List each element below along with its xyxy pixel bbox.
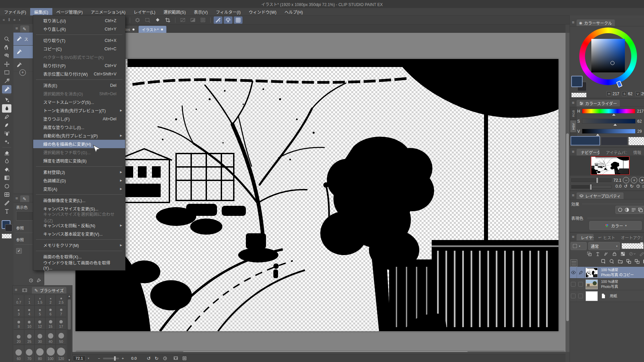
link-mask-icon[interactable] bbox=[639, 251, 644, 256]
layer-row-0[interactable]: 100 %通常 Photo写真 のコピー bbox=[570, 267, 644, 279]
reference-layer-icon[interactable] bbox=[595, 251, 600, 256]
panel-menu-icon[interactable]: ≡ bbox=[15, 287, 17, 292]
figure-tool[interactable] bbox=[2, 182, 11, 190]
brush-size-7[interactable]: 7 bbox=[56, 305, 66, 317]
brush-size-0.7[interactable]: 0.7 bbox=[13, 295, 24, 305]
gradient-tool[interactable] bbox=[2, 174, 11, 182]
brush-tool[interactable] bbox=[2, 104, 11, 113]
brush-size-6[interactable]: 6 bbox=[45, 305, 56, 317]
canvas-tab-1[interactable]: イラスト* bbox=[139, 26, 166, 33]
new-vector-layer-icon[interactable] bbox=[609, 259, 615, 264]
new-layer-icon[interactable] bbox=[601, 259, 606, 264]
layer-edit-cell[interactable] bbox=[577, 279, 585, 290]
zoom-slider[interactable] bbox=[103, 358, 119, 359]
new-folder-icon[interactable] bbox=[618, 259, 623, 264]
edit-menu-item-24[interactable]: 画像解像度を変更(L)... bbox=[33, 196, 125, 204]
edit-menu-item-20[interactable]: 素材登録(J)▶ bbox=[33, 168, 125, 176]
collapse-subtool-icon[interactable]: « bbox=[13, 17, 16, 22]
edit-menu-item-6[interactable]: 貼り付け(P)Ctrl+V bbox=[33, 61, 125, 70]
navigator-tab-0[interactable]: ナビゲーター bbox=[577, 149, 600, 156]
edit-menu-item-21[interactable]: 色調補正(D)▶ bbox=[33, 176, 125, 185]
scroll-down-icon[interactable]: ▼ bbox=[67, 359, 71, 362]
slider-H[interactable]: H 217 bbox=[577, 109, 644, 114]
brush-size-1.5[interactable]: 1.5 bbox=[35, 295, 45, 305]
zoom-in-button[interactable]: + bbox=[122, 356, 124, 360]
edit-menu-item-18[interactable]: 輝度を透明度に変換(B) bbox=[33, 157, 125, 165]
edit-menu-item-16[interactable]: 線の色を描画色に変更(H) bbox=[33, 140, 125, 148]
brush-size-tab[interactable]: ✎ ブラシサイズ bbox=[32, 287, 66, 294]
H-slider-bar[interactable] bbox=[582, 109, 635, 114]
layer-row-2[interactable]: 用紙 bbox=[570, 290, 644, 302]
layer-text[interactable]: 用紙 bbox=[608, 290, 617, 302]
transparent-swatch[interactable] bbox=[2, 234, 12, 239]
edit-menu-item-28[interactable]: キャンバス基本設定を変更(V)... bbox=[33, 230, 125, 238]
zoom-out-icon[interactable]: − bbox=[623, 177, 629, 183]
panel-menu-icon[interactable]: ≡ bbox=[572, 20, 575, 25]
snap-ruler-button[interactable] bbox=[214, 16, 222, 24]
subtool-tab[interactable]: ✎ bbox=[20, 25, 29, 32]
actual-size-icon[interactable] bbox=[182, 356, 187, 361]
decoration-tool[interactable] bbox=[2, 138, 11, 146]
visibility-checkbox[interactable] bbox=[571, 294, 576, 298]
menu-item-3[interactable]: アニメーション(A) bbox=[87, 8, 130, 15]
scroll-thumb[interactable] bbox=[68, 299, 71, 329]
add-subtool-button[interactable]: + bbox=[19, 69, 26, 76]
brush-size-17[interactable]: 17 bbox=[56, 317, 66, 329]
layer-edit-cell[interactable] bbox=[577, 267, 585, 278]
transparent-color-swatch[interactable] bbox=[571, 93, 587, 98]
edit-menu-item-0[interactable]: 取り消し(U)Ctrl+Z bbox=[33, 16, 125, 25]
edit-menu-item-30[interactable]: メモリをクリア(M)▶ bbox=[33, 241, 125, 249]
blend-mode-dropdown[interactable]: 通常 ▾ bbox=[588, 242, 620, 250]
move-layer-tool[interactable] bbox=[2, 60, 11, 68]
reset-rotation-icon[interactable] bbox=[636, 184, 640, 188]
fit-icon[interactable]: ◼ bbox=[639, 177, 644, 183]
panel-menu-icon[interactable]: ≡ bbox=[572, 149, 575, 154]
hand-tool[interactable] bbox=[2, 43, 11, 52]
operation-tool[interactable] bbox=[2, 96, 11, 104]
layer-panel-tab-0[interactable]: レイヤー bbox=[577, 234, 594, 241]
clip-at-layer-icon[interactable] bbox=[587, 251, 592, 256]
layer-thumb-cell[interactable] bbox=[585, 267, 599, 278]
marquee-select-tool[interactable] bbox=[2, 68, 11, 77]
flip-icon[interactable]: ▷ bbox=[643, 184, 644, 188]
layer-property-tab[interactable]: レイヤープロパティ bbox=[577, 192, 624, 199]
brush-size-80[interactable]: 80 bbox=[35, 345, 45, 362]
brush-size-2.5[interactable]: 2.5 bbox=[56, 295, 66, 305]
layer-panel-tab-2[interactable]: オートアクション bbox=[616, 234, 642, 241]
panel-menu-icon[interactable]: ≡ bbox=[15, 196, 18, 201]
brush-size-scrollbar[interactable]: ▲ ▼ bbox=[67, 295, 71, 362]
collapse-arrow-icon[interactable]: ‹ bbox=[19, 17, 20, 22]
brush-size-2[interactable]: 2 bbox=[45, 295, 56, 305]
transfer-layer-icon[interactable] bbox=[626, 259, 632, 264]
edit-checkbox[interactable] bbox=[578, 294, 583, 298]
brush-size-15[interactable]: 15 bbox=[45, 317, 56, 329]
brush-size-70[interactable]: 70 bbox=[24, 345, 35, 362]
zoom-out-button[interactable]: − bbox=[98, 356, 100, 360]
fill-selection-button[interactable] bbox=[153, 16, 162, 24]
lock-layer-icon[interactable] bbox=[612, 251, 617, 256]
airbrush-tool[interactable] bbox=[2, 129, 11, 138]
brush-size-60[interactable]: 60 bbox=[13, 345, 24, 362]
brush-size-8[interactable]: 8 bbox=[13, 317, 24, 329]
inking-pen-tool[interactable] bbox=[2, 121, 11, 129]
layer-panel-tab-1[interactable]: ↩ヒストリー bbox=[596, 234, 614, 241]
panel-menu-icon[interactable]: ≡ bbox=[572, 234, 575, 239]
eyedropper-tool[interactable] bbox=[2, 85, 11, 94]
layer-thumb-cell[interactable] bbox=[585, 279, 599, 290]
brush-size-120[interactable]: 120 bbox=[56, 345, 66, 362]
foreground-color-swatch[interactable] bbox=[571, 76, 583, 87]
navigator-thumbnail[interactable] bbox=[591, 156, 630, 175]
brush-size-4[interactable]: 4 bbox=[24, 305, 35, 317]
tone-effect-icon[interactable] bbox=[624, 207, 630, 213]
reset-view-icon[interactable] bbox=[163, 356, 167, 361]
slider-caret-icon[interactable] bbox=[596, 134, 599, 136]
edit-menu-item-27[interactable]: キャンバスを回転・反転(N)▶ bbox=[33, 221, 125, 230]
wrench-icon[interactable] bbox=[36, 278, 41, 283]
option-checkbox[interactable]: ✓ bbox=[16, 248, 22, 254]
border-effect-icon[interactable] bbox=[618, 207, 623, 213]
S-slider-bar[interactable] bbox=[582, 119, 636, 124]
sv-marker[interactable] bbox=[610, 61, 614, 65]
layer-thumb-cell[interactable] bbox=[585, 290, 599, 302]
color-slider-tab[interactable]: カラースライダー bbox=[577, 100, 620, 107]
blend-tool[interactable] bbox=[2, 157, 11, 165]
